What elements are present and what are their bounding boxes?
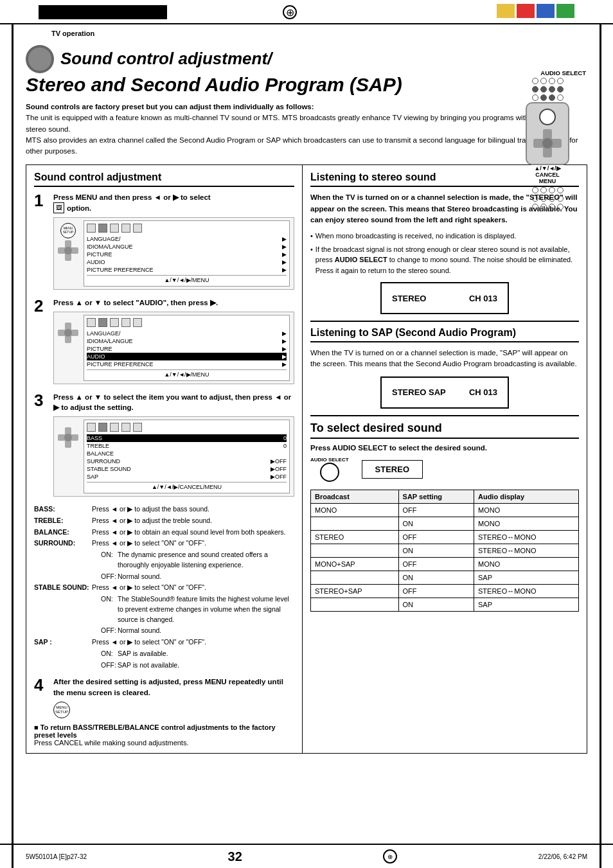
menu-icon-4	[121, 224, 130, 233]
menu-icon-2-2	[98, 318, 107, 327]
top-bar	[0, 0, 613, 24]
sap-section: Listening to SAP (Second Audio Program) …	[310, 321, 579, 409]
ctrl-col-1: MENUSETUP	[58, 220, 78, 287]
footer-left: 5W50101A [E]p27-32	[26, 853, 87, 860]
menu-icon-3-1	[87, 423, 96, 432]
dot-b10	[540, 204, 547, 210]
s-surround-on-sub: ON:	[92, 550, 118, 571]
m2-pic: PICTURE▶	[87, 345, 287, 353]
s-sap-on-val: SAP is available.	[118, 649, 294, 659]
td-broadcast-6: STEREO+SAP	[311, 584, 399, 598]
menu-screen-2: LANGUAGE/▶ IDIOMA/LANGUE▶ PICTURE▶ AUDIO…	[84, 315, 290, 381]
remote-nav-label: ▲/▼/◄/▶	[534, 165, 560, 172]
step-num-1: 1	[34, 192, 48, 209]
audio-select-btn[interactable]	[539, 109, 556, 125]
s-balance-key: BALANCE:	[34, 527, 92, 538]
menu-icons-1	[87, 224, 287, 233]
td-audio-7: SAP	[474, 598, 578, 611]
dot1	[532, 78, 538, 84]
table-body: MONOOFFMONOONMONOSTEREOOFFSTEREO↔MONOONS…	[311, 503, 579, 611]
td-sap-3: ON	[398, 544, 474, 557]
menu-item-idioma: IDIOMA/LANGUE▶	[87, 243, 287, 251]
bullet-1-text: When mono broadcasting is received, no i…	[315, 231, 516, 242]
bullet-1: • When mono broadcasting is received, no…	[310, 231, 579, 242]
s-sap-on: ON: SAP is available.	[34, 649, 294, 659]
th-broadcast: Broadcast	[311, 490, 399, 503]
s-bass-key: BASS:	[34, 504, 92, 515]
step-1-content: Press MENU and then press ◄ or ▶ to sele…	[53, 192, 294, 292]
s-stable-on: ON: The StableSound® feature limits the …	[34, 594, 294, 624]
m2-lang: LANGUAGE/▶	[87, 330, 287, 337]
dot5	[532, 86, 538, 93]
stereo-bullets: • When mono broadcasting is received, no…	[310, 231, 579, 276]
td-broadcast-1	[311, 517, 399, 530]
dot12	[557, 94, 564, 101]
ctrl-col-3	[58, 420, 78, 493]
step-2-text: Press ▲ or ▼ to select "AUDIO", then pre…	[53, 297, 294, 308]
s-stable-key: STABLE SOUND:	[34, 583, 92, 593]
ctrl-dpad-1	[58, 240, 78, 261]
s-sap-off-key	[34, 660, 92, 671]
dot3	[549, 78, 555, 84]
s-sap: SAP : Press ◄ or ▶ to select "ON" or "OF…	[34, 637, 294, 648]
intro-bold: Sound controls are factory preset but yo…	[26, 103, 314, 111]
dot-b6	[540, 195, 547, 202]
s-surround-off-sub: OFF:	[92, 572, 118, 582]
remote-container: AUDIO SELECT	[509, 69, 586, 211]
title-text-area: Sound control adjustment/ Stereo and Sec…	[26, 45, 587, 157]
desired-subtitle: Press AUDIO SELECT to select the desired…	[310, 444, 579, 452]
s-stable-off-val: Normal sound.	[118, 626, 294, 636]
dot-b7	[549, 195, 555, 202]
bullet-dot-1: •	[310, 231, 313, 242]
menu-icon-3	[110, 224, 119, 233]
s-balance-val: Press ◄ or ▶ to obtain an equal sound le…	[92, 527, 294, 538]
intro-text1: The unit is equipped with a feature know…	[26, 114, 568, 132]
table-row: MONO+SAPOFFMONO	[311, 557, 579, 571]
left-border	[12, 0, 13, 868]
s-stable-on-val: The StableSound® feature limits the high…	[118, 594, 294, 624]
step-num-3: 3	[34, 392, 48, 409]
s-sap-off: OFF: SAP is not available.	[34, 660, 294, 671]
stereo-display-right: CH 013	[469, 294, 497, 303]
menu-icons-2	[87, 318, 287, 327]
s-surround-off-key	[34, 572, 92, 582]
menu-icon-2-1	[87, 318, 96, 327]
step-3: 3 Press ▲ or ▼ to select the item you wa…	[34, 392, 294, 499]
m3-balance: BALANCE	[87, 450, 287, 457]
top-circle	[283, 5, 297, 19]
step-1-text: Press MENU and then press ◄ or ▶ to sele…	[53, 192, 294, 213]
desired-header: To select desired sound	[310, 421, 579, 439]
s-bass: BASS: Press ◄ or ▶ to adjust the bass so…	[34, 504, 294, 515]
sound-adj-header: Sound control adjustment	[34, 172, 294, 187]
dot-b1	[532, 187, 538, 193]
bass-note: ■ To return BASS/TREBLE/BALANCE control …	[34, 723, 294, 739]
table-row: ONSTEREO↔MONO	[311, 544, 579, 557]
nav-dpad[interactable]	[533, 129, 562, 157]
audio-sel-btn[interactable]	[320, 463, 339, 482]
dot10	[540, 94, 547, 101]
step-1: 1 Press MENU and then press ◄ or ▶ to se…	[34, 192, 294, 292]
settings-list: BASS: Press ◄ or ▶ to adjust the bass so…	[34, 504, 294, 670]
stereo-box: STEREO	[362, 460, 423, 479]
dot-b9	[532, 204, 538, 210]
col-right: Listening to stereo sound When the TV is…	[303, 165, 587, 752]
td-broadcast-5	[311, 571, 399, 584]
menu-icon-1	[87, 224, 96, 233]
td-sap-1: ON	[398, 517, 474, 530]
td-audio-0: MONO	[474, 503, 578, 517]
setup-btn-1: MENUSETUP	[60, 223, 76, 238]
top-decoration	[39, 5, 167, 19]
menu-icon-2-5	[133, 318, 142, 327]
bass-sub: Press CANCEL while making sound adjustme…	[34, 739, 294, 747]
td-audio-1: MONO	[474, 517, 578, 530]
main-content: TV operation Sound control adjustment/ S…	[0, 24, 613, 754]
s-surround-off: OFF: Normal sound.	[34, 572, 294, 582]
dot7	[549, 86, 555, 93]
main-title-text: Sound control adjustment/	[60, 49, 272, 69]
bullet-dot-2: •	[310, 244, 313, 276]
dot-b12	[557, 204, 564, 210]
bottom-circle: ⊕	[383, 849, 397, 864]
title-section: Sound control adjustment/ Stereo and Sec…	[26, 45, 587, 157]
td-sap-7: ON	[398, 598, 474, 611]
dot-b3	[549, 187, 555, 193]
